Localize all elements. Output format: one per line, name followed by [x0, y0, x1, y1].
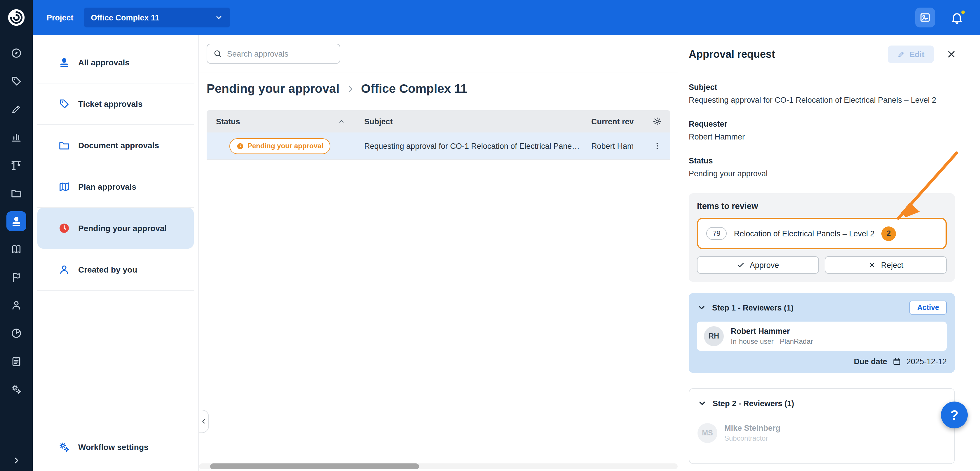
step-status-badge: Active: [910, 301, 947, 315]
requester-value: Robert Hammer: [689, 132, 955, 141]
notifications-button[interactable]: [950, 11, 964, 24]
column-header-current-reviewer[interactable]: Current rev: [580, 117, 644, 126]
rail-item-approvals[interactable]: [6, 211, 26, 231]
person-icon: [11, 299, 22, 311]
topbar: Project Office Complex 11: [0, 0, 980, 35]
status-value: Pending your approval: [689, 169, 955, 178]
horizontal-scrollbar-track[interactable]: [199, 463, 678, 469]
sidebar-item-label: Plan approvals: [78, 182, 136, 191]
help-button[interactable]: ?: [941, 401, 968, 428]
sidebar-item-pending-your-approval[interactable]: Pending your approval: [37, 208, 194, 249]
item-label: Relocation of Electrical Panels – Level …: [734, 229, 875, 238]
rail-item-contacts[interactable]: [6, 295, 26, 315]
reviewer-name: Robert Hammer: [731, 327, 813, 336]
pie-chart-icon: [11, 328, 22, 339]
sidebar-item-label: Created by you: [78, 265, 137, 274]
rail-item-settings[interactable]: [6, 379, 26, 399]
sort-ascending-icon[interactable]: [338, 118, 345, 125]
project-select-value: Office Complex 11: [91, 13, 215, 22]
review-item-card[interactable]: 79 Relocation of Electrical Panels – Lev…: [697, 218, 947, 249]
image-icon: [919, 12, 931, 23]
siteview-shortcut-button[interactable]: [915, 8, 935, 27]
reject-button[interactable]: Reject: [825, 256, 947, 274]
rail-expand-button[interactable]: [0, 456, 33, 465]
item-count-badge: 2: [881, 226, 896, 241]
step-1-header[interactable]: Step 1 - Reviewers (1) Active: [697, 300, 947, 315]
reviewer-card: MS Mike Steinberg Subcontractor: [697, 418, 946, 448]
rail-item-library[interactable]: [6, 239, 26, 259]
compass-icon: [11, 47, 22, 59]
chart-icon: [11, 131, 22, 143]
sidebar-item-created-by-you[interactable]: Created by you: [37, 249, 194, 290]
reviewer-name: Mike Steinberg: [724, 424, 780, 433]
sidebar-item-all-approvals[interactable]: All approvals: [37, 42, 194, 83]
subject-label: Subject: [689, 83, 955, 92]
avatar: RH: [704, 326, 724, 346]
row-actions-button[interactable]: [644, 141, 670, 151]
project-select-dropdown[interactable]: Office Complex 11: [84, 8, 230, 27]
pencil-icon: [897, 50, 905, 58]
planradar-logo[interactable]: [0, 0, 33, 35]
review-actions: Approve Reject: [697, 256, 947, 274]
items-to-review-title: Items to review: [697, 201, 947, 211]
step-2-header[interactable]: Step 2 - Reviewers (1): [697, 396, 946, 411]
edit-button[interactable]: Edit: [888, 46, 934, 63]
rail-item-documents[interactable]: [6, 183, 26, 203]
rail-item-tickets[interactable]: [6, 99, 26, 119]
sidebar-divider: [37, 290, 194, 291]
crane-icon: [11, 159, 22, 171]
due-date-value: 2025-12-12: [907, 357, 947, 366]
rail-item-reports[interactable]: [6, 323, 26, 343]
status-badge: Pending your approval: [229, 138, 330, 154]
sidebar-item-plan-approvals[interactable]: Plan approvals: [37, 166, 194, 207]
close-icon: [946, 49, 957, 59]
sidebar-item-workflow-settings[interactable]: Workflow settings: [37, 431, 194, 463]
detail-fields: Subject Requesting approval for CO-1 Rel…: [689, 83, 955, 178]
nav-rail: [0, 35, 33, 471]
requester-label: Requester: [689, 119, 955, 128]
search-input[interactable]: [227, 49, 334, 58]
column-header-label: Subject: [364, 117, 393, 126]
rail-item-statistics[interactable]: [6, 127, 26, 147]
item-number-badge: 79: [706, 227, 727, 240]
column-settings-button[interactable]: [644, 117, 670, 126]
sidebar-item-ticket-approvals[interactable]: Ticket approvals: [37, 83, 194, 124]
pencil-icon: [11, 103, 22, 115]
clipboard-icon: [11, 355, 22, 367]
rail-item-forms[interactable]: [6, 352, 26, 371]
book-icon: [11, 243, 22, 255]
divider: [199, 72, 678, 72]
sidebar-item-document-approvals[interactable]: Document approvals: [37, 125, 194, 166]
approvals-main: Pending your approval Office Complex 11 …: [199, 35, 678, 471]
breadcrumb-level1[interactable]: Pending your approval: [207, 82, 339, 96]
approve-button-label: Approve: [750, 261, 779, 269]
map-icon: [58, 181, 70, 193]
clock-icon: [58, 222, 70, 234]
reject-button-label: Reject: [881, 261, 904, 269]
horizontal-scrollbar-thumb[interactable]: [210, 463, 419, 469]
column-header-status[interactable]: Status: [207, 117, 351, 126]
rail-item-flags[interactable]: [6, 267, 26, 287]
table-header: Status Subject Current rev: [207, 110, 670, 132]
chevron-down-icon: [697, 399, 707, 408]
reviewer-info: Robert Hammer In-house user - PlanRadar: [731, 327, 813, 345]
gear-icon: [652, 117, 662, 126]
flag-icon: [11, 271, 22, 283]
approve-button[interactable]: Approve: [697, 256, 819, 274]
table-row[interactable]: Pending your approval Requesting approva…: [207, 132, 670, 160]
column-header-subject[interactable]: Subject: [351, 117, 580, 126]
tag-icon: [58, 98, 70, 110]
rail-item-overview[interactable]: [6, 43, 26, 63]
sidebar-item-label: Pending your approval: [78, 224, 167, 233]
chevron-left-icon: [200, 418, 207, 425]
reviewer-role: In-house user - PlanRadar: [731, 337, 813, 345]
step-2-card: Step 2 - Reviewers (1) MS Mike Steinberg…: [689, 388, 955, 464]
close-panel-button[interactable]: [946, 49, 957, 59]
check-icon: [737, 261, 745, 269]
sidebar-collapse-button[interactable]: [199, 410, 209, 433]
step-2-title: Step 2 - Reviewers (1): [713, 399, 794, 408]
rail-item-site[interactable]: [6, 155, 26, 175]
project-label: Project: [47, 13, 73, 22]
rail-item-tags[interactable]: [6, 71, 26, 91]
reviewer-card: RH Robert Hammer In-house user - PlanRad…: [697, 321, 947, 351]
